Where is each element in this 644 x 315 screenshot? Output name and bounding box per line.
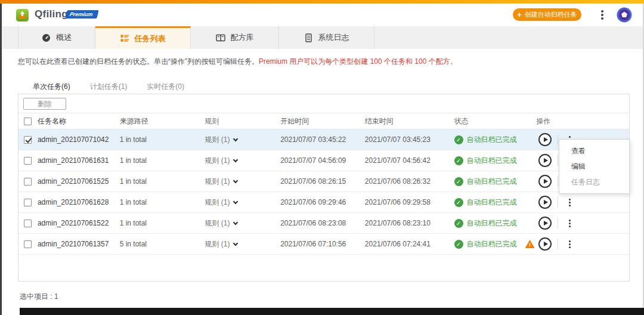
row-kebab-menu-icon[interactable] [565,237,574,251]
table-row: admin_202107061628 1 in total 规则 (1) 202… [18,192,629,213]
status-text: 自动归档已完成 [467,156,517,166]
task-name-cell: admin_202107061357 [38,240,120,248]
column-header-start-time: 开始时间 [280,116,365,126]
user-avatar-icon[interactable] [617,7,632,23]
main-tab-bar: 概述 任务列表 配方库 系统日志 [2,26,643,49]
status-cell: ✓ 自动归档已完成 [454,197,537,208]
create-archive-task-button[interactable]: + 创建自动归档任务 [513,8,581,21]
end-time-cell: 2021/07/06 08:26:32 [365,177,454,186]
status-text: 自动归档已完成 [467,239,517,249]
play-icon[interactable] [538,196,552,209]
header-kebab-menu-icon[interactable] [597,9,607,21]
qfiling-logo-icon [16,9,29,21]
chevron-down-icon [233,136,238,141]
description-text: 您可以在此查看已创建的归档任务的状态。单击“操作”列的按钮可编辑任务。 [18,57,259,66]
play-icon[interactable] [538,175,552,188]
column-header-task-name: 任务名称 [38,116,120,126]
task-name-cell: admin_202107061628 [38,198,120,206]
play-icon[interactable] [538,133,552,146]
rule-label: 规则 (1) [205,219,230,227]
premium-limit-note: Premium 用户可以为每个类型创建 100 个任务和 100 个配方。 [259,57,457,66]
column-header-end-time: 结束时间 [365,116,454,126]
rule-dropdown[interactable]: 规则 (1) [205,156,280,166]
rule-dropdown[interactable]: 规则 (1) [205,239,280,249]
delete-button[interactable]: 删除 [23,98,66,110]
play-icon[interactable] [538,154,552,167]
row-checkbox[interactable] [24,178,32,186]
rule-dropdown[interactable]: 规则 (1) [205,197,280,208]
status-cell: ✓ 自动归档已完成 [454,177,537,187]
tab-label: 系统日志 [318,32,349,43]
column-header-action: 操作 [536,116,629,126]
start-time-cell: 2021/07/07 03:45:22 [280,135,365,144]
chevron-down-icon [233,220,238,224]
row-action-context-menu: 查看 编辑 任务日志 [559,139,630,194]
rule-label: 规则 (1) [205,240,230,248]
tab-recipe-library[interactable]: 配方库 [191,26,279,49]
status-text: 自动归档已完成 [467,177,517,187]
check-circle-icon: ✓ [454,198,463,207]
start-time-cell: 2021/07/06 08:23:08 [280,219,365,227]
source-path-cell: 5 in total [120,240,205,248]
chevron-down-icon [233,240,238,245]
rule-label: 规则 (1) [205,156,230,165]
status-text: 自动归档已完成 [467,197,517,208]
menu-item-task-log[interactable]: 任务日志 [559,174,629,190]
table-row: admin_202107061525 1 in total 规则 (1) 202… [18,171,629,192]
chevron-down-icon [233,157,238,162]
action-cell [536,196,629,209]
end-time-cell: 2021/07/06 09:29:58 [365,198,454,206]
table-row: admin_202107061522 1 in total 规则 (1) 202… [18,213,629,234]
tab-label: 任务列表 [135,33,166,44]
app-header: Qfiling Premium + 创建自动归档任务 [2,4,643,26]
status-cell: ✓ 自动归档已完成 ! [454,239,537,249]
rule-dropdown[interactable]: 规则 (1) [205,135,280,145]
source-path-cell: 1 in total [120,156,205,165]
row-kebab-menu-icon[interactable] [565,217,574,230]
row-checkbox[interactable] [24,199,32,206]
rule-label: 规则 (1) [205,198,230,206]
row-kebab-menu-icon[interactable] [565,196,574,209]
rule-dropdown[interactable]: 规则 (1) [205,218,280,228]
menu-item-edit[interactable]: 编辑 [559,159,629,174]
play-icon[interactable] [538,237,552,251]
source-path-cell: 1 in total [120,135,205,144]
rule-label: 规则 (1) [205,135,230,144]
rule-dropdown[interactable]: 规则 (1) [205,177,280,187]
recipe-book-icon [216,33,225,42]
row-checkbox[interactable] [24,136,32,144]
tab-task-list[interactable]: 任务列表 [95,26,191,49]
menu-item-view[interactable]: 查看 [559,143,629,159]
task-table-panel: 删除 任务名称 来源路径 规则 开始时间 结束时间 状态 操作 admin_20… [18,94,630,282]
action-divider [558,197,558,208]
chevron-down-icon [233,178,238,183]
task-name-cell: admin_202107071042 [38,135,120,144]
end-time-cell: 2021/07/07 04:56:42 [365,156,454,165]
row-checkbox[interactable] [24,220,32,227]
action-cell [536,237,629,251]
page-description: 您可以在此查看已创建的归档任务的状态。单击“操作”列的按钮可编辑任务。Premi… [18,57,457,67]
select-all-checkbox[interactable] [24,118,32,125]
status-cell: ✓ 自动归档已完成 [454,218,537,228]
row-checkbox[interactable] [24,240,32,248]
table-row: admin_202107061631 1 in total 规则 (1) 202… [18,150,629,171]
tab-overview[interactable]: 概述 [18,26,95,49]
source-path-cell: 1 in total [120,219,205,227]
task-name-cell: admin_202107061522 [38,219,120,227]
tab-system-log[interactable]: 系统日志 [279,26,374,49]
selected-items-count: 选中项目 : 1 [20,292,58,302]
gauge-icon [42,33,51,42]
play-icon[interactable] [538,217,552,230]
start-time-cell: 2021/07/06 07:10:56 [280,240,365,248]
check-circle-icon: ✓ [454,156,463,165]
check-circle-icon: ✓ [454,240,463,249]
check-circle-icon: ✓ [454,177,463,186]
app-title: Qfiling [35,8,68,20]
premium-badge: Premium [65,10,98,18]
check-circle-icon: ✓ [454,135,463,144]
window-bottom-strip [20,308,644,315]
warning-triangle-icon[interactable]: ! [525,240,535,248]
plus-icon: + [517,11,522,18]
row-checkbox[interactable] [24,157,32,165]
check-circle-icon: ✓ [454,219,463,228]
